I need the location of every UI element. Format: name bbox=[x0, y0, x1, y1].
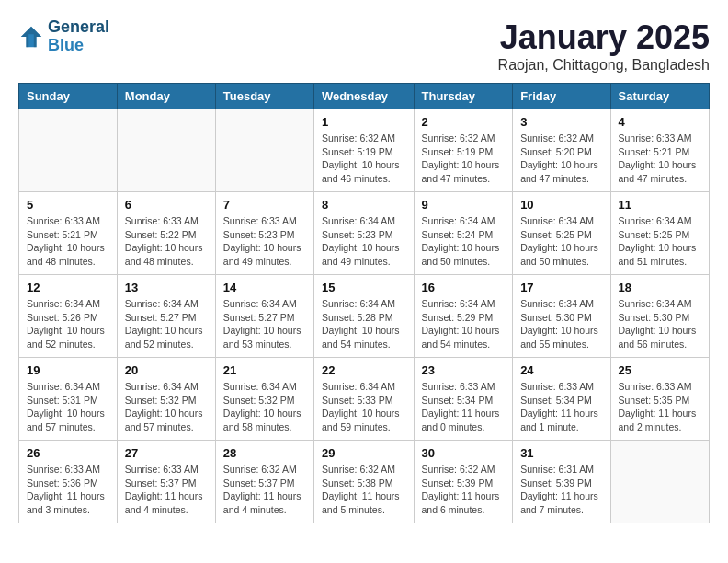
calendar-cell bbox=[215, 109, 313, 192]
day-info: Sunrise: 6:33 AM Sunset: 5:35 PM Dayligh… bbox=[619, 380, 701, 434]
day-info: Sunrise: 6:34 AM Sunset: 5:27 PM Dayligh… bbox=[223, 297, 306, 351]
calendar-cell bbox=[610, 441, 709, 523]
day-number: 9 bbox=[422, 198, 506, 212]
day-info: Sunrise: 6:32 AM Sunset: 5:20 PM Dayligh… bbox=[520, 132, 602, 186]
day-number: 25 bbox=[619, 363, 701, 377]
calendar-cell: 30Sunrise: 6:32 AM Sunset: 5:39 PM Dayli… bbox=[414, 441, 513, 523]
day-number: 13 bbox=[125, 281, 208, 294]
calendar-cell: 9Sunrise: 6:34 AM Sunset: 5:24 PM Daylig… bbox=[414, 192, 513, 275]
day-number: 19 bbox=[27, 363, 109, 377]
calendar-cell bbox=[117, 109, 215, 192]
day-number: 18 bbox=[619, 281, 701, 294]
week-row-2: 5Sunrise: 6:33 AM Sunset: 5:21 PM Daylig… bbox=[19, 192, 710, 275]
calendar-cell: 13Sunrise: 6:34 AM Sunset: 5:27 PM Dayli… bbox=[117, 275, 215, 358]
calendar-cell: 19Sunrise: 6:34 AM Sunset: 5:31 PM Dayli… bbox=[19, 358, 118, 441]
calendar-cell: 10Sunrise: 6:34 AM Sunset: 5:25 PM Dayli… bbox=[513, 192, 610, 275]
title-block: January 2025 Raojan, Chittagong, Banglad… bbox=[498, 18, 710, 74]
day-info: Sunrise: 6:32 AM Sunset: 5:37 PM Dayligh… bbox=[223, 463, 306, 517]
calendar-cell: 28Sunrise: 6:32 AM Sunset: 5:37 PM Dayli… bbox=[215, 441, 313, 523]
calendar-cell: 1Sunrise: 6:32 AM Sunset: 5:19 PM Daylig… bbox=[313, 109, 414, 192]
day-number: 17 bbox=[520, 281, 602, 294]
day-number: 31 bbox=[520, 446, 602, 460]
weekday-header-friday: Friday bbox=[513, 84, 610, 109]
day-info: Sunrise: 6:34 AM Sunset: 5:25 PM Dayligh… bbox=[520, 214, 602, 269]
day-number: 20 bbox=[125, 363, 208, 377]
calendar-cell: 15Sunrise: 6:34 AM Sunset: 5:28 PM Dayli… bbox=[313, 275, 414, 358]
weekday-header-tuesday: Tuesday bbox=[215, 84, 313, 109]
calendar-table: SundayMondayTuesdayWednesdayThursdayFrid… bbox=[18, 83, 710, 523]
week-row-5: 26Sunrise: 6:33 AM Sunset: 5:36 PM Dayli… bbox=[19, 441, 710, 523]
calendar-cell: 7Sunrise: 6:33 AM Sunset: 5:23 PM Daylig… bbox=[215, 192, 313, 275]
day-number: 14 bbox=[223, 281, 306, 294]
day-info: Sunrise: 6:34 AM Sunset: 5:29 PM Dayligh… bbox=[422, 297, 506, 351]
weekday-header-wednesday: Wednesday bbox=[313, 84, 414, 109]
calendar-cell: 27Sunrise: 6:33 AM Sunset: 5:37 PM Dayli… bbox=[117, 441, 215, 523]
day-info: Sunrise: 6:34 AM Sunset: 5:32 PM Dayligh… bbox=[223, 380, 306, 434]
page-header: General Blue January 2025 Raojan, Chitta… bbox=[18, 18, 710, 74]
day-number: 30 bbox=[422, 446, 506, 460]
calendar-cell: 17Sunrise: 6:34 AM Sunset: 5:30 PM Dayli… bbox=[513, 275, 610, 358]
weekday-header-monday: Monday bbox=[117, 84, 215, 109]
day-number: 1 bbox=[322, 115, 406, 129]
weekday-header-saturday: Saturday bbox=[610, 84, 709, 109]
calendar-cell: 12Sunrise: 6:34 AM Sunset: 5:26 PM Dayli… bbox=[19, 275, 118, 358]
calendar-cell: 16Sunrise: 6:34 AM Sunset: 5:29 PM Dayli… bbox=[414, 275, 513, 358]
day-info: Sunrise: 6:34 AM Sunset: 5:33 PM Dayligh… bbox=[322, 380, 406, 434]
weekday-header-thursday: Thursday bbox=[414, 84, 513, 109]
day-number: 22 bbox=[322, 363, 406, 377]
calendar-cell: 26Sunrise: 6:33 AM Sunset: 5:36 PM Dayli… bbox=[19, 441, 118, 523]
day-number: 4 bbox=[619, 115, 701, 129]
month-title: January 2025 bbox=[498, 18, 710, 57]
calendar-cell: 29Sunrise: 6:32 AM Sunset: 5:38 PM Dayli… bbox=[313, 441, 414, 523]
calendar-cell bbox=[19, 109, 118, 192]
day-number: 3 bbox=[520, 115, 602, 129]
day-info: Sunrise: 6:34 AM Sunset: 5:30 PM Dayligh… bbox=[619, 297, 701, 351]
calendar-cell: 31Sunrise: 6:31 AM Sunset: 5:39 PM Dayli… bbox=[513, 441, 610, 523]
calendar-cell: 11Sunrise: 6:34 AM Sunset: 5:25 PM Dayli… bbox=[610, 192, 709, 275]
day-info: Sunrise: 6:34 AM Sunset: 5:31 PM Dayligh… bbox=[27, 380, 109, 434]
week-row-3: 12Sunrise: 6:34 AM Sunset: 5:26 PM Dayli… bbox=[19, 275, 710, 358]
day-info: Sunrise: 6:33 AM Sunset: 5:36 PM Dayligh… bbox=[27, 463, 109, 517]
calendar-cell: 20Sunrise: 6:34 AM Sunset: 5:32 PM Dayli… bbox=[117, 358, 215, 441]
day-info: Sunrise: 6:34 AM Sunset: 5:26 PM Dayligh… bbox=[27, 297, 109, 351]
day-info: Sunrise: 6:34 AM Sunset: 5:30 PM Dayligh… bbox=[520, 297, 602, 351]
day-info: Sunrise: 6:33 AM Sunset: 5:34 PM Dayligh… bbox=[422, 380, 506, 434]
logo: General Blue bbox=[18, 18, 109, 55]
calendar-cell: 4Sunrise: 6:33 AM Sunset: 5:21 PM Daylig… bbox=[610, 109, 709, 192]
day-info: Sunrise: 6:34 AM Sunset: 5:23 PM Dayligh… bbox=[322, 214, 406, 269]
day-info: Sunrise: 6:34 AM Sunset: 5:25 PM Dayligh… bbox=[619, 214, 701, 269]
day-number: 7 bbox=[223, 198, 306, 212]
day-info: Sunrise: 6:32 AM Sunset: 5:19 PM Dayligh… bbox=[322, 132, 406, 186]
day-info: Sunrise: 6:33 AM Sunset: 5:23 PM Dayligh… bbox=[223, 214, 306, 269]
day-number: 15 bbox=[322, 281, 406, 294]
day-info: Sunrise: 6:33 AM Sunset: 5:21 PM Dayligh… bbox=[27, 214, 109, 269]
calendar-cell: 24Sunrise: 6:33 AM Sunset: 5:34 PM Dayli… bbox=[513, 358, 610, 441]
day-number: 28 bbox=[223, 446, 306, 460]
calendar-cell: 5Sunrise: 6:33 AM Sunset: 5:21 PM Daylig… bbox=[19, 192, 118, 275]
day-number: 24 bbox=[520, 363, 602, 377]
day-info: Sunrise: 6:33 AM Sunset: 5:34 PM Dayligh… bbox=[520, 380, 602, 434]
day-number: 21 bbox=[223, 363, 306, 377]
calendar-cell: 14Sunrise: 6:34 AM Sunset: 5:27 PM Dayli… bbox=[215, 275, 313, 358]
day-number: 26 bbox=[27, 446, 109, 460]
day-number: 10 bbox=[520, 198, 602, 212]
day-info: Sunrise: 6:33 AM Sunset: 5:22 PM Dayligh… bbox=[125, 214, 208, 269]
day-info: Sunrise: 6:32 AM Sunset: 5:19 PM Dayligh… bbox=[422, 132, 506, 186]
calendar-cell: 25Sunrise: 6:33 AM Sunset: 5:35 PM Dayli… bbox=[610, 358, 709, 441]
day-number: 27 bbox=[125, 446, 208, 460]
day-number: 12 bbox=[27, 281, 109, 294]
week-row-1: 1Sunrise: 6:32 AM Sunset: 5:19 PM Daylig… bbox=[19, 109, 710, 192]
day-number: 2 bbox=[422, 115, 506, 129]
calendar-cell: 22Sunrise: 6:34 AM Sunset: 5:33 PM Dayli… bbox=[313, 358, 414, 441]
day-info: Sunrise: 6:34 AM Sunset: 5:28 PM Dayligh… bbox=[322, 297, 406, 351]
calendar-cell: 3Sunrise: 6:32 AM Sunset: 5:20 PM Daylig… bbox=[513, 109, 610, 192]
day-number: 29 bbox=[322, 446, 406, 460]
calendar-cell: 6Sunrise: 6:33 AM Sunset: 5:22 PM Daylig… bbox=[117, 192, 215, 275]
weekday-header-sunday: Sunday bbox=[19, 84, 118, 109]
calendar-cell: 8Sunrise: 6:34 AM Sunset: 5:23 PM Daylig… bbox=[313, 192, 414, 275]
calendar-cell: 21Sunrise: 6:34 AM Sunset: 5:32 PM Dayli… bbox=[215, 358, 313, 441]
day-number: 16 bbox=[422, 281, 506, 294]
day-info: Sunrise: 6:34 AM Sunset: 5:27 PM Dayligh… bbox=[125, 297, 208, 351]
calendar-cell: 23Sunrise: 6:33 AM Sunset: 5:34 PM Dayli… bbox=[414, 358, 513, 441]
day-number: 5 bbox=[27, 198, 109, 212]
